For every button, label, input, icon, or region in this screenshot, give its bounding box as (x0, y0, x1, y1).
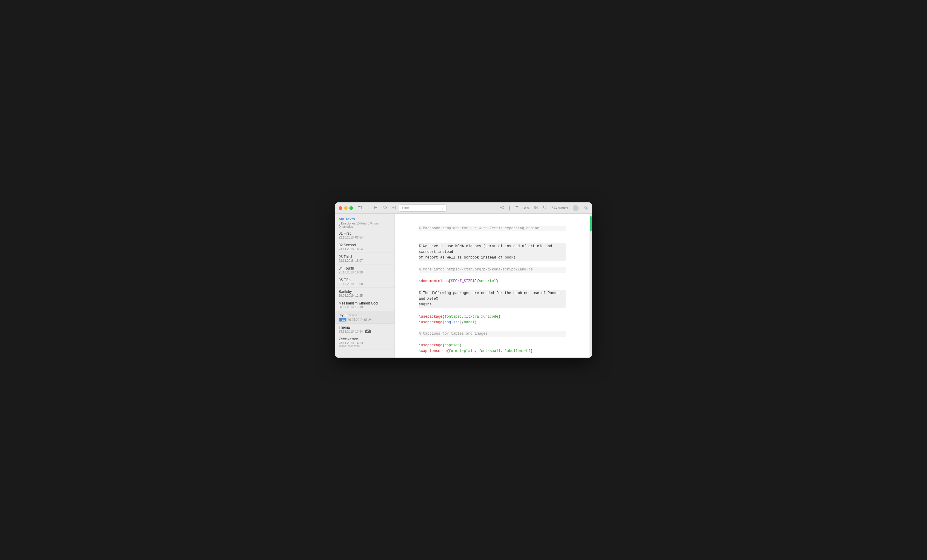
search-placeholder: Find... (402, 206, 412, 210)
sidebar-item-zettelkasten[interactable]: Zettelkasten 23.11.2018, 14:23 201811231… (335, 335, 395, 350)
svg-point-7 (503, 208, 504, 209)
close-button[interactable] (339, 206, 342, 210)
sidebar-item-01-first[interactable]: 01 First 22.10.2018, 08:54 (335, 229, 395, 241)
editor[interactable]: % Barebone template for use with Zettlr … (395, 214, 590, 358)
main-content: My Texts 0 Directories 10 Files 0 Virtua… (335, 214, 592, 358)
sidebar-item-05-fifth[interactable]: 05 Fifth 21.10.2018, 11:58 (335, 276, 395, 288)
sidebar-item-badges: TeX 26.05.2019, 01:24 (339, 318, 391, 322)
tag-badge: #3 (365, 329, 371, 333)
cursor-icon[interactable]: | (509, 206, 510, 211)
sidebar-item-name: Thema (339, 325, 391, 329)
new-file-icon[interactable]: + (367, 205, 369, 211)
sidebar-item-date: 23.11.2018, 14:54 (339, 247, 391, 251)
code-line-documentclass: \documentclass[$FONT_SIZE$]{scrartcl} (419, 279, 498, 283)
titlebar-right: | Aa 574 words 📎 (500, 205, 588, 211)
code-line-captionsetup: \captionsetup{format=plain, font=small, … (419, 349, 533, 353)
svg-rect-11 (534, 208, 535, 209)
sidebar-item-date: 21.10.2018, 16:29 (339, 271, 391, 274)
sidebar-item-name: Bartleby (339, 290, 391, 294)
app-window: + Find... × | Aa (335, 202, 592, 358)
maximize-button[interactable] (350, 206, 353, 210)
trash-icon[interactable] (515, 205, 519, 211)
code-comment-4: % The following packages are needed for … (419, 290, 565, 308)
sidebar-item-02-second[interactable]: 02 Second 23.11.2018, 14:54 (335, 241, 395, 253)
code-comment-1: % Barebone template for use with Zettlr … (419, 226, 565, 231)
sidebar-item-name: 03 Third (339, 255, 391, 259)
sidebar-item-date: 26.05.2019, 01:24 (348, 318, 372, 322)
avatar (573, 205, 579, 211)
tex-badge: TeX (339, 318, 346, 322)
settings-icon[interactable] (392, 205, 396, 211)
search-icon[interactable] (543, 205, 547, 211)
sidebar-item-date: 19.05.2019, 12:25 (339, 294, 391, 297)
sidebar-item-name: my-template (339, 313, 391, 317)
titlebar-left-icons: + (358, 205, 396, 211)
sidebar-item-name: 05 Fifth (339, 278, 391, 282)
sidebar-item-date: 23.11.2018, 13:34 (339, 330, 363, 333)
sidebar-item-date: 21.10.2018, 11:58 (339, 282, 391, 286)
sidebar-item-name: 01 First (339, 231, 391, 235)
sidebar-item-name: Zettelkasten (339, 337, 391, 341)
sidebar-item-03-third[interactable]: 03 Third 23.11.2018, 15:07 (335, 253, 395, 264)
svg-rect-9 (534, 206, 535, 207)
scrollbar[interactable] (590, 214, 592, 358)
sidebar-item-name: 02 Second (339, 243, 391, 247)
share-icon[interactable] (500, 205, 504, 211)
sidebar-item-date: 23.11.2018, 15:07 (339, 259, 391, 263)
sidebar-item-messianism[interactable]: Messianism without God 06.02.2019, 17:10 (335, 299, 395, 311)
sidebar-item-date: 22.10.2018, 08:54 (339, 236, 391, 239)
sidebar-item-bartleby[interactable]: Bartleby 19.05.2019, 12:25 (335, 288, 395, 299)
svg-rect-8 (516, 206, 518, 209)
svg-point-6 (500, 207, 501, 208)
traffic-lights (339, 206, 353, 210)
code-line-usepackage-3: \usepackage{caption} (419, 343, 462, 348)
attachment-icon[interactable]: 📎 (584, 206, 588, 210)
sidebar-item-name: Messianism without God (339, 301, 391, 305)
search-close[interactable]: × (441, 206, 443, 210)
svg-point-3 (384, 206, 385, 207)
code-comment-2: % We have to use KOMA classes (scrartcl … (419, 243, 565, 261)
sidebar-item-name: 04 Fourth (339, 266, 391, 270)
folder-icon[interactable] (358, 205, 362, 211)
code-line-usepackage-2: \usepackage[english]{babel} (419, 320, 477, 325)
sidebar-meta: 0 Directories 10 Files 0 Virtual Directo… (339, 222, 391, 228)
grid-icon[interactable] (534, 205, 538, 211)
image-icon[interactable] (374, 205, 378, 211)
code-comment-3: % More info: https://ctan.org/pkg/koma-s… (419, 267, 565, 273)
sidebar-item-thema[interactable]: Thema 23.11.2018, 13:34 #3 (335, 323, 395, 335)
word-count: 574 words (552, 206, 568, 210)
id-badge: 20181123124746 (339, 345, 391, 348)
svg-point-5 (503, 206, 504, 207)
code-line-usepackage-1: \usepackage{fontspec,xltxtra,xunicode} (419, 315, 500, 319)
svg-rect-10 (536, 206, 537, 207)
sidebar-item-date: 23.11.2018, 14:23 (339, 341, 391, 345)
sidebar-header: My Texts 0 Directories 10 Files 0 Virtua… (335, 214, 395, 229)
font-icon[interactable]: Aa (524, 206, 529, 210)
editor-wrapper: % Barebone template for use with Zettlr … (395, 214, 592, 358)
sidebar-item-my-template[interactable]: my-template TeX 26.05.2019, 01:24 (335, 311, 395, 323)
svg-rect-12 (536, 208, 537, 209)
sidebar-title: My Texts (339, 217, 391, 221)
sidebar-item-date: 06.02.2019, 17:10 (339, 306, 391, 309)
svg-point-4 (394, 207, 395, 208)
search-bar[interactable]: Find... × (399, 205, 447, 212)
sidebar: My Texts 0 Directories 10 Files 0 Virtua… (335, 214, 395, 358)
code-comment-5: % Captions for tables and images (419, 331, 565, 337)
minimize-button[interactable] (344, 206, 348, 210)
tag-icon[interactable] (383, 205, 388, 211)
editor-content: % Barebone template for use with Zettlr … (419, 226, 565, 358)
svg-point-13 (543, 206, 546, 208)
sidebar-item-04-fourth[interactable]: 04 Fourth 21.10.2018, 16:29 (335, 264, 395, 276)
titlebar: + Find... × | Aa (335, 202, 592, 214)
scrollbar-thumb[interactable] (590, 216, 592, 231)
